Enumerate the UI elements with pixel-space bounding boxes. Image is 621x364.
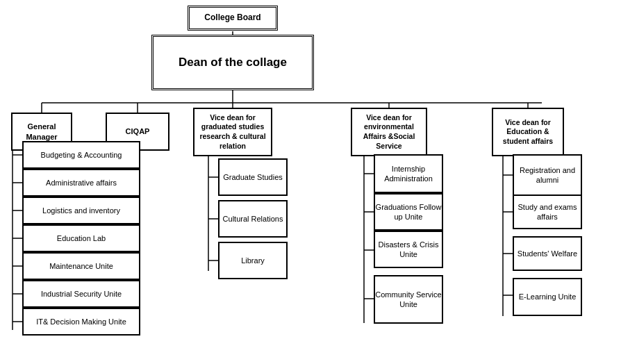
graduate-studies-label: Graduate Studies (223, 172, 283, 182)
e-learning-label: E-Learning Unite (519, 292, 577, 301)
students-welfare-box: Students' Welfare (513, 236, 582, 271)
education-lab-label: Education Lab (57, 233, 106, 243)
dean-label: Dean of the collage (179, 55, 287, 70)
budgeting-box: Budgeting & Accounting (22, 141, 140, 169)
cultural-relations-box: Cultural Relations (218, 200, 288, 238)
college-board-box: College Board (188, 6, 278, 31)
graduations-follow-box: Graduations Follow up Unite (374, 193, 443, 231)
disasters-box: Disasters & Crisis Unite (374, 231, 443, 268)
study-exams-box: Study and exams affairs (513, 195, 582, 229)
vice-environmental-label: Vice dean for environmental Affairs &Soc… (352, 113, 426, 151)
community-service-box: Community Service Unite (374, 275, 443, 324)
college-board-label: College Board (204, 13, 260, 24)
logistics-box: Logistics and inventory (22, 197, 140, 224)
admin-affairs-box: Administrative affairs (22, 169, 140, 197)
vice-graduated-box: Vice dean for graduated studies research… (193, 108, 272, 156)
general-manager-label: General Manager (13, 122, 71, 142)
library-box: Library (218, 242, 288, 279)
chart-container: College Board Dean of the collage Genera… (0, 0, 621, 364)
admin-affairs-label: Administrative affairs (46, 178, 117, 188)
budgeting-label: Budgeting & Accounting (41, 150, 122, 160)
library-label: Library (241, 256, 265, 265)
dean-box: Dean of the collage (151, 35, 314, 90)
industrial-security-label: Industrial Security Unite (41, 289, 122, 299)
maintenance-box: Maintenance Unite (22, 252, 140, 280)
disasters-label: Disasters & Crisis Unite (375, 240, 442, 260)
study-exams-label: Study and exams affairs (514, 202, 581, 222)
logistics-label: Logistics and inventory (42, 206, 120, 215)
vice-environmental-box: Vice dean for environmental Affairs &Soc… (351, 108, 427, 156)
education-lab-box: Education Lab (22, 224, 140, 252)
students-welfare-label: Students' Welfare (518, 249, 577, 258)
maintenance-label: Maintenance Unite (49, 261, 113, 271)
it-decision-box: IT& Decision Making Unite (22, 308, 140, 336)
cultural-relations-label: Cultural Relations (223, 214, 283, 224)
vice-education-box: Vice dean for Education & student affair… (492, 108, 564, 156)
industrial-security-box: Industrial Security Unite (22, 280, 140, 308)
graduate-studies-box: Graduate Studies (218, 158, 288, 196)
vice-education-label: Vice dean for Education & student affair… (493, 118, 563, 147)
e-learning-box: E-Learning Unite (513, 278, 582, 316)
registration-box: Registration and alumni (513, 154, 582, 196)
internship-box: Internship Administration (374, 154, 443, 193)
internship-label: Internship Administration (375, 164, 442, 184)
ciqap-label: CIQAP (126, 126, 150, 136)
registration-label: Registration and alumni (514, 165, 581, 185)
vice-graduated-label: Vice dean for graduated studies research… (194, 113, 271, 151)
graduations-follow-label: Graduations Follow up Unite (375, 202, 442, 222)
it-decision-label: IT& Decision Making Unite (36, 317, 126, 326)
community-service-label: Community Service Unite (375, 290, 442, 310)
